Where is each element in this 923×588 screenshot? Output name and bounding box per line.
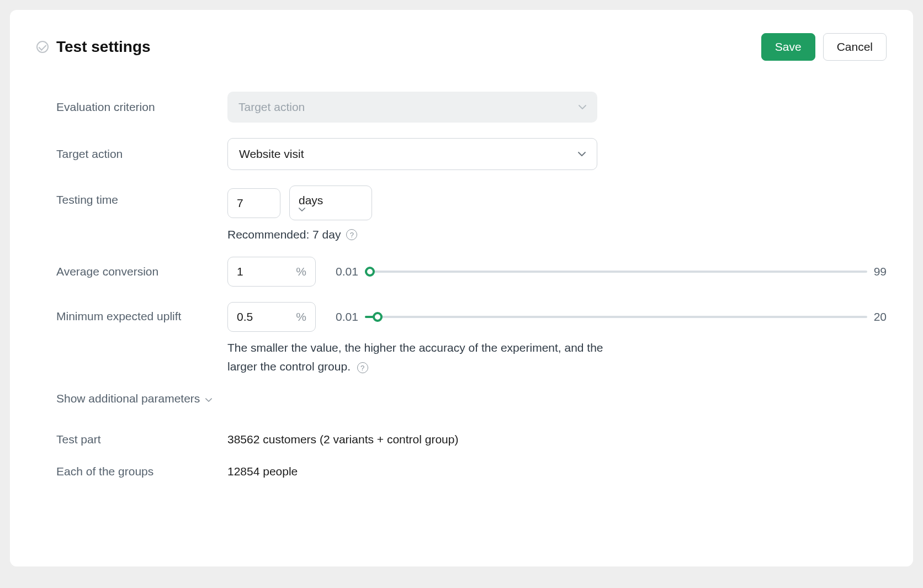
target-action-select[interactable]: Website visit	[227, 138, 597, 170]
test-settings-card: Test settings Save Cancel Evaluation cri…	[10, 10, 913, 566]
target-action-value: Website visit	[239, 147, 304, 160]
header: Test settings Save Cancel	[36, 33, 887, 61]
percent-unit: %	[296, 265, 306, 278]
field-min-uplift: 0.5 % 0.01 20 The smaller the value, the…	[227, 302, 887, 375]
testing-time-hint: Recommended: 7 day ?	[227, 228, 887, 241]
row-test-part: Test part 38562 customers (2 variants + …	[56, 433, 887, 446]
testing-time-group: 7 days	[227, 186, 887, 220]
percent-unit: %	[296, 310, 306, 324]
show-additional-parameters-toggle[interactable]: Show additional parameters	[56, 392, 887, 405]
chevron-down-icon	[205, 392, 212, 405]
evaluation-criterion-placeholder: Target action	[238, 100, 305, 113]
min-uplift-input[interactable]: 0.5 %	[227, 302, 316, 332]
min-uplift-slider-wrap: 0.01 20	[336, 310, 887, 324]
average-conversion-value: 1	[237, 265, 243, 278]
row-target-action: Target action Website visit	[56, 138, 887, 170]
testing-time-recommendation: Recommended: 7 day	[227, 228, 341, 241]
min-uplift-value: 0.5	[237, 310, 253, 324]
row-average-conversion: Average conversion 1 % 0.01 99	[56, 257, 887, 287]
field-evaluation-criterion: Target action	[227, 92, 887, 123]
row-testing-time: Testing time 7 days Recommended: 7 day	[56, 186, 887, 241]
row-min-uplift: Minimum expected uplift 0.5 % 0.01 20	[56, 302, 887, 375]
min-uplift-slider[interactable]	[365, 316, 867, 318]
chevron-down-icon	[578, 151, 586, 157]
label-evaluation-criterion: Evaluation criterion	[56, 100, 227, 114]
testing-time-value: 7	[237, 197, 243, 209]
slider-min: 0.01	[336, 265, 358, 278]
min-uplift-help-text: The smaller the value, the higher the ac…	[227, 341, 603, 373]
min-uplift-help: The smaller the value, the higher the ac…	[227, 338, 614, 375]
slider-thumb[interactable]	[365, 267, 375, 277]
evaluation-criterion-select[interactable]: Target action	[227, 92, 597, 123]
header-actions: Save Cancel	[761, 33, 887, 61]
label-target-action: Target action	[56, 147, 227, 161]
expander-label: Show additional parameters	[56, 392, 200, 405]
label-average-conversion: Average conversion	[56, 265, 227, 278]
help-icon[interactable]: ?	[357, 362, 368, 373]
slider-max: 99	[874, 265, 887, 278]
chevron-down-icon	[299, 207, 363, 212]
average-conversion-slider[interactable]	[365, 271, 867, 273]
average-conversion-input[interactable]: 1 %	[227, 257, 316, 287]
field-target-action: Website visit	[227, 138, 887, 170]
average-conversion-slider-wrap: 0.01 99	[336, 265, 887, 278]
label-testing-time: Testing time	[56, 186, 227, 206]
row-evaluation-criterion: Evaluation criterion Target action	[56, 92, 887, 123]
page-title: Test settings	[56, 38, 151, 56]
form: Evaluation criterion Target action Targe…	[36, 92, 887, 478]
testing-time-unit: days	[299, 194, 323, 206]
field-testing-time: 7 days Recommended: 7 day ?	[227, 186, 887, 241]
each-group-value: 12854 people	[227, 465, 298, 478]
chevron-down-icon	[579, 104, 586, 110]
test-part-value: 38562 customers (2 variants + control gr…	[227, 433, 458, 446]
save-button[interactable]: Save	[761, 33, 815, 61]
title-wrap: Test settings	[36, 38, 151, 56]
label-test-part: Test part	[56, 433, 227, 446]
testing-time-input[interactable]: 7	[227, 188, 280, 218]
label-min-uplift: Minimum expected uplift	[56, 302, 227, 323]
slider-thumb[interactable]	[373, 312, 383, 322]
field-average-conversion: 1 % 0.01 99	[227, 257, 887, 287]
check-circle-icon	[36, 41, 49, 53]
label-each-group: Each of the groups	[56, 465, 227, 478]
slider-min: 0.01	[336, 310, 358, 324]
cancel-button[interactable]: Cancel	[823, 33, 887, 61]
help-icon[interactable]: ?	[346, 229, 357, 240]
row-each-group: Each of the groups 12854 people	[56, 465, 887, 478]
testing-time-unit-select[interactable]: days	[289, 186, 372, 220]
slider-max: 20	[874, 310, 887, 324]
